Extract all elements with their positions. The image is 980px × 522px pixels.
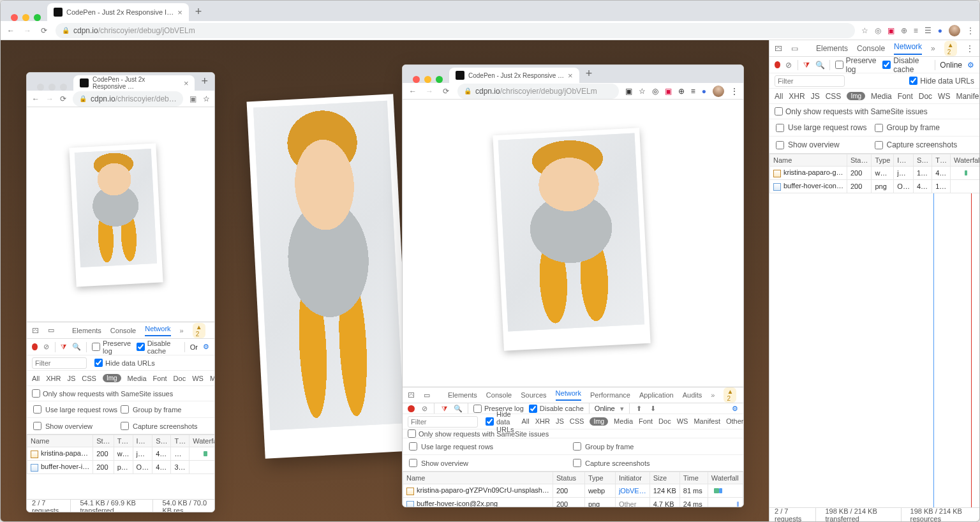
more-tabs-icon[interactable]: »	[711, 391, 715, 399]
type-media[interactable]: Media	[128, 375, 147, 382]
tab-application[interactable]: Application	[639, 391, 674, 399]
table-header-row[interactable]: NameSt…T…I…S…T…Waterfall	[27, 435, 216, 447]
type-all[interactable]: All	[522, 417, 530, 426]
type-manifest[interactable]: Manifest	[694, 417, 720, 426]
type-ws[interactable]: WS	[192, 375, 204, 382]
close-tab-icon[interactable]: ×	[568, 71, 573, 80]
filter-icon[interactable]: ⧩	[803, 61, 810, 70]
show-overview-checkbox[interactable]	[33, 422, 41, 430]
close-tab-icon[interactable]: ×	[184, 78, 189, 88]
search-icon[interactable]: 🔍	[454, 405, 463, 413]
tab-console[interactable]: Console	[110, 327, 136, 334]
capture-ss-checkbox[interactable]	[875, 141, 883, 149]
b-omnibox[interactable]: 🔒 cdpn.io/chriscoyier/debug/jObVELm	[457, 84, 619, 99]
table-row[interactable]: buffer-hover-icon@2x.png200pngOther4.7 K…	[403, 498, 743, 508]
type-img[interactable]: Img	[590, 417, 608, 426]
inspect-icon[interactable]: ⮹	[408, 391, 415, 399]
type-js[interactable]: JS	[556, 417, 564, 426]
type-img[interactable]: Img	[103, 374, 121, 382]
type-other[interactable]: Other	[726, 417, 744, 426]
show-overview-checkbox[interactable]	[776, 141, 784, 149]
clear-icon[interactable]: ⊘	[785, 61, 792, 70]
table-row[interactable]: kristina-paparo-gYZPVn09CrU-unsplash…200…	[403, 484, 743, 498]
throttling-select[interactable]: Online	[940, 61, 962, 70]
type-doc[interactable]: Doc	[658, 417, 671, 426]
record-button[interactable]	[775, 61, 780, 68]
type-font[interactable]: Font	[898, 92, 913, 101]
preserve-log-checkbox[interactable]: Preserve log	[92, 339, 131, 355]
type-all[interactable]: All	[775, 92, 783, 101]
warning-badge[interactable]: ▲ 2	[944, 41, 957, 56]
table-row[interactable]: buffer-hover-icon…200pngO…4…1…	[770, 180, 981, 193]
type-img[interactable]: Img	[847, 92, 865, 100]
disable-cache-checkbox[interactable]: Disable cache	[882, 56, 929, 74]
a-omnibox[interactable]: 🔒 cdpn.io/chriscoyier/deb…	[73, 91, 183, 107]
tab-elements[interactable]: Elements	[448, 391, 477, 399]
tab-elements[interactable]: Elements	[816, 44, 848, 53]
ext-icon[interactable]: ⊕	[901, 26, 907, 35]
ext-icon[interactable]: ▣	[625, 87, 632, 96]
profile-avatar[interactable]	[949, 25, 960, 36]
type-js[interactable]: JS	[811, 92, 820, 101]
menu-icon[interactable]: ⋮	[967, 26, 974, 35]
star-icon[interactable]: ☆	[639, 87, 646, 96]
type-media[interactable]: Media	[871, 92, 892, 101]
group-frame-checkbox[interactable]	[121, 405, 129, 414]
back-icon[interactable]: ←	[408, 87, 418, 96]
warning-badge[interactable]: ▲ 2	[724, 387, 736, 403]
b-tab[interactable]: CodePen - Just 2x Responsive … ×	[449, 68, 579, 83]
show-overview-checkbox[interactable]	[409, 459, 417, 467]
ext-icon[interactable]: ⊕	[678, 87, 685, 96]
back-icon[interactable]: ←	[6, 26, 16, 35]
max-light[interactable]	[34, 14, 41, 21]
type-css[interactable]: CSS	[570, 417, 584, 426]
close-tab-icon[interactable]: ×	[177, 8, 182, 17]
type-media[interactable]: Media	[614, 417, 633, 426]
capture-ss-checkbox[interactable]	[121, 422, 129, 430]
disable-cache-checkbox[interactable]: Disable cache	[529, 405, 584, 413]
type-js[interactable]: JS	[67, 375, 75, 382]
type-manifest[interactable]: Manifest	[956, 92, 980, 101]
large-rows-checkbox[interactable]	[33, 405, 41, 414]
samesite-checkbox[interactable]: Only show requests with SameSite issues	[775, 107, 928, 116]
forward-icon[interactable]: →	[46, 94, 54, 103]
tab-performance[interactable]: Performance	[590, 391, 630, 399]
ext-icon[interactable]: ▣	[665, 87, 672, 96]
profile-avatar[interactable]	[713, 86, 724, 97]
hide-urls-checkbox[interactable]: Hide data URLs	[909, 77, 974, 86]
tab-console[interactable]: Console	[857, 44, 885, 53]
download-icon[interactable]: ⬇	[649, 405, 658, 413]
table-header-row[interactable]: NameStatusTypeInitiatorSizeTimeWaterfall	[403, 472, 743, 484]
device-icon[interactable]: ▭	[48, 326, 54, 334]
type-font[interactable]: Font	[153, 375, 167, 382]
samesite-checkbox[interactable]: Only show requests with SameSite issues	[32, 389, 173, 398]
type-css[interactable]: CSS	[826, 92, 842, 101]
throttling-select[interactable]: Or	[190, 343, 198, 351]
device-icon[interactable]: ▭	[424, 391, 430, 399]
type-ws[interactable]: WS	[677, 417, 688, 426]
record-button[interactable]	[408, 405, 415, 412]
record-button[interactable]	[32, 343, 38, 350]
disable-cache-checkbox[interactable]: Disable cache	[137, 339, 179, 355]
ext-icon[interactable]: ▣	[887, 26, 895, 35]
inspect-icon[interactable]: ⮹	[775, 44, 782, 53]
new-tab-button[interactable]: +	[579, 64, 599, 83]
tab-network[interactable]: Network	[145, 325, 170, 336]
close-light[interactable]	[11, 14, 18, 21]
type-xhr[interactable]: XHR	[535, 417, 550, 426]
new-tab-button[interactable]: +	[195, 72, 214, 91]
tab-sources[interactable]: Sources	[521, 391, 546, 399]
large-rows-checkbox[interactable]	[776, 124, 784, 132]
tab-elements[interactable]: Elements	[72, 327, 101, 334]
type-css[interactable]: CSS	[82, 375, 96, 382]
type-doc[interactable]: Doc	[919, 92, 932, 101]
clear-icon[interactable]: ⊘	[43, 343, 50, 351]
clear-icon[interactable]: ⊘	[420, 405, 429, 413]
filter-icon[interactable]: ⧩	[440, 405, 449, 413]
menu-icon[interactable]: ⋮	[731, 87, 738, 96]
table-row[interactable]: buffer-hover-i…200p…O…4…3…	[27, 461, 216, 474]
ext-icon[interactable]: ☰	[924, 26, 932, 35]
filter-input[interactable]	[408, 416, 478, 428]
table-row[interactable]: kristina-paparo-g…200w…j…1…4…	[770, 167, 981, 180]
new-tab-button[interactable]: +	[189, 2, 209, 21]
